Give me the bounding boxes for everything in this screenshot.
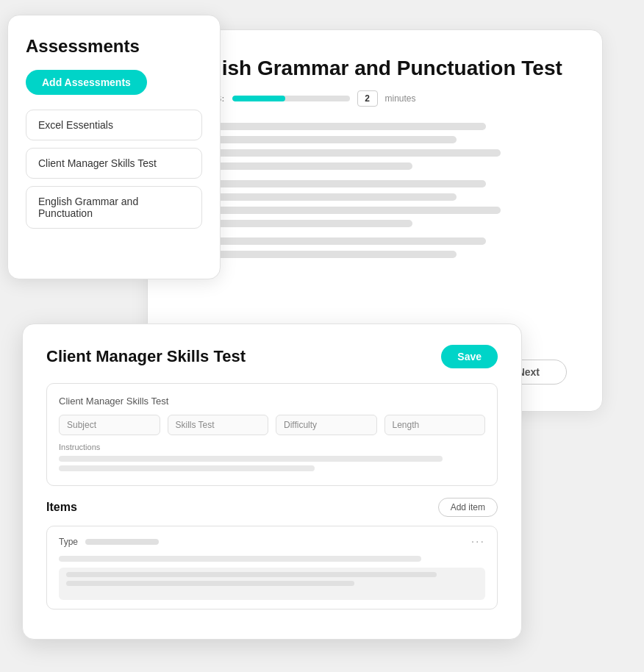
assessment-item-client[interactable]: Client Manager Skills Test bbox=[26, 148, 202, 179]
item-card: Type ··· bbox=[46, 526, 498, 610]
item-box-line-1 bbox=[66, 572, 437, 577]
form-fields-row: Subject Skills Test Difficulty Length bbox=[59, 415, 485, 435]
answer-line-2b bbox=[207, 207, 501, 214]
assessment-item-excel[interactable]: Excel Essentials bbox=[26, 110, 202, 140]
progress-bar-background bbox=[232, 96, 350, 101]
answer-line-1a bbox=[207, 136, 457, 143]
form-name-row: Client Manager Skills Test bbox=[59, 394, 485, 407]
question-line-1 bbox=[192, 123, 486, 130]
skills-test-field[interactable]: Skills Test bbox=[168, 415, 269, 435]
answer-line-2c bbox=[207, 220, 412, 227]
grammar-test-title: English Grammar and Punctuation Test bbox=[177, 57, 573, 80]
question-2 bbox=[177, 180, 573, 227]
progress-minutes-value: 2 bbox=[357, 90, 378, 107]
client-manager-title: Client Manager Skills Test bbox=[46, 347, 246, 366]
question-1 bbox=[177, 123, 573, 170]
item-card-header: Type ··· bbox=[59, 535, 485, 548]
assessments-sidebar: Assessments Add Assessments Excel Essent… bbox=[7, 15, 221, 279]
progress-bar-fill bbox=[232, 96, 285, 101]
form-name-text: Client Manager Skills Test bbox=[59, 396, 168, 407]
question-3 bbox=[177, 237, 573, 258]
length-field[interactable]: Length bbox=[384, 415, 486, 435]
answer-line-3a bbox=[207, 251, 457, 258]
save-button[interactable]: Save bbox=[441, 345, 498, 368]
add-assessments-button[interactable]: Add Assessments bbox=[26, 70, 147, 95]
question-line-3 bbox=[192, 237, 486, 245]
question-line-2 bbox=[192, 180, 486, 187]
difficulty-field[interactable]: Difficulty bbox=[276, 415, 377, 435]
item-box-line-2 bbox=[66, 581, 354, 586]
items-label: Items bbox=[46, 501, 77, 514]
instructions-line-1 bbox=[59, 456, 443, 462]
answer-line-1b bbox=[207, 149, 501, 157]
item-type-bar bbox=[85, 539, 159, 545]
instructions-label: Instructions bbox=[59, 443, 485, 451]
card-front-header: Client Manager Skills Test Save bbox=[46, 345, 498, 368]
answer-line-2a bbox=[207, 193, 457, 201]
assessment-item-grammar[interactable]: English Grammar and Punctuation bbox=[26, 186, 202, 229]
client-manager-test-card: Client Manager Skills Test Save Client M… bbox=[22, 324, 522, 640]
add-item-button[interactable]: Add item bbox=[438, 498, 498, 517]
items-header: Items Add item bbox=[46, 498, 498, 517]
item-type-label: Type bbox=[59, 537, 78, 547]
progress-row: PROGRESS: 2 minutes bbox=[177, 90, 573, 107]
sidebar-title: Assessments bbox=[26, 36, 202, 57]
progress-minutes-label: minutes bbox=[385, 93, 416, 104]
item-type-row: Type bbox=[59, 537, 159, 547]
item-box bbox=[59, 568, 485, 600]
item-line-1 bbox=[59, 556, 421, 562]
form-section: Client Manager Skills Test Subject Skill… bbox=[46, 383, 498, 486]
item-options-icon[interactable]: ··· bbox=[471, 535, 485, 548]
subject-field[interactable]: Subject bbox=[59, 415, 160, 435]
instructions-line-2 bbox=[59, 465, 315, 471]
answer-line-1c bbox=[207, 162, 412, 170]
